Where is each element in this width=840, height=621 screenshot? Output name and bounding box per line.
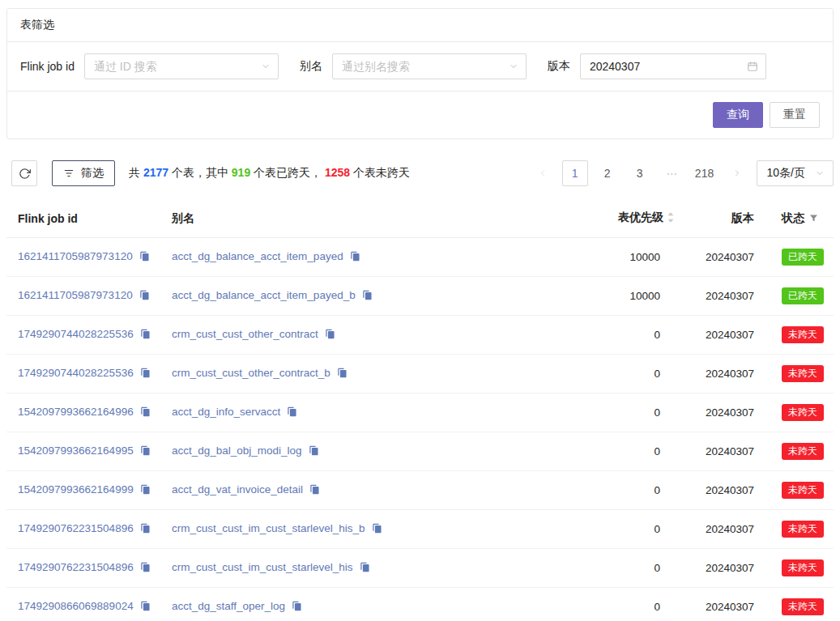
pagination-page-1[interactable]: 1	[562, 160, 588, 186]
copy-icon[interactable]	[140, 484, 151, 497]
copy-icon[interactable]	[139, 290, 150, 303]
flink-job-id-link[interactable]: 1621411705987973120	[18, 250, 133, 262]
filter-panel-title: 表筛选	[20, 18, 54, 31]
status-badge: 已跨天	[782, 249, 824, 266]
version-date-picker[interactable]	[580, 53, 766, 79]
priority-value: 0	[587, 549, 683, 588]
refresh-icon	[19, 168, 31, 180]
page-size-select[interactable]: 10条/页	[757, 160, 834, 186]
copy-icon[interactable]	[140, 601, 151, 614]
alias-select[interactable]	[332, 53, 527, 79]
table-row: 1749290866069889024 acct_dg_staff_oper_l…	[6, 588, 834, 621]
table-row: 1621411705987973120 acct_dg_balance_acct…	[6, 277, 834, 316]
version-value: 20240307	[683, 588, 767, 621]
copy-icon[interactable]	[360, 562, 370, 575]
flink-job-id-link[interactable]: 1542097993662164999	[18, 483, 134, 496]
copy-icon[interactable]	[140, 523, 151, 536]
filter-panel: 表筛选 Flink job id 别名	[6, 8, 834, 139]
summary-part: 共	[129, 166, 143, 179]
flink-job-id-select[interactable]	[84, 53, 279, 79]
status-badge: 未跨天	[782, 443, 824, 460]
alias-link[interactable]: acct_dg_bal_obj_modi_log	[172, 444, 302, 457]
copy-icon[interactable]	[287, 406, 297, 419]
pagination-page-2[interactable]: 2	[595, 160, 620, 186]
column-priority[interactable]: 表优先级	[587, 199, 683, 238]
refresh-button[interactable]	[11, 160, 37, 186]
copy-icon[interactable]	[292, 601, 302, 614]
alias-link[interactable]: acct_dg_info_servacct	[172, 406, 280, 418]
query-button[interactable]: 查询	[713, 102, 763, 128]
flink-job-id-link[interactable]: 1749290762231504896	[18, 561, 134, 573]
copy-icon[interactable]	[140, 445, 151, 458]
copy-icon[interactable]	[362, 290, 373, 303]
alias-link[interactable]: crm_cust_cust_im_cust_starlevel_his	[172, 561, 353, 573]
status-badge: 未跨天	[782, 365, 824, 382]
pagination-ellipsis: ⋯	[659, 160, 685, 186]
alias-link[interactable]: crm_cust_cust_other_contract	[172, 328, 318, 340]
alias-link[interactable]: acct_dg_balance_acct_item_payed_b	[172, 289, 356, 301]
alias-link[interactable]: crm_cust_cust_im_cust_starlevel_his_b	[172, 522, 365, 534]
filter-actions-row: 查询 重置	[7, 91, 833, 138]
flink-job-id-link[interactable]: 1749290866069889024	[18, 600, 134, 612]
version-label: 版本	[548, 59, 570, 74]
flink-job-id-link[interactable]: 1749290744028225536	[18, 328, 134, 340]
column-version: 版本	[683, 199, 767, 238]
copy-icon[interactable]	[350, 251, 360, 264]
flink-job-id-link[interactable]: 1621411705987973120	[18, 289, 133, 301]
flink-job-id-link[interactable]: 1542097993662164996	[18, 406, 134, 418]
copy-icon[interactable]	[325, 329, 335, 342]
flink-job-id-link[interactable]: 1542097993662164995	[18, 444, 134, 457]
pagination-next[interactable]	[724, 160, 750, 186]
filter-fields-row: Flink job id 别名 版本	[7, 42, 833, 91]
column-alias: 别名	[165, 199, 587, 238]
chevron-down-icon	[815, 168, 825, 178]
priority-value: 10000	[587, 277, 683, 316]
alias-link[interactable]: acct_dg_staff_oper_log	[172, 600, 285, 612]
summary-crossed-count: 919	[232, 166, 250, 179]
version-value: 20240307	[683, 316, 767, 355]
chevron-down-icon	[509, 62, 518, 71]
alias-link[interactable]: acct_dg_vat_invoice_detail	[172, 483, 303, 496]
status-badge: 未跨天	[782, 326, 824, 343]
copy-icon[interactable]	[140, 406, 151, 419]
copy-icon[interactable]	[372, 523, 382, 536]
alias-link[interactable]: acct_dg_balance_acct_item_payed	[172, 250, 343, 262]
status-badge: 未跨天	[782, 404, 824, 421]
sort-icon[interactable]	[667, 211, 675, 226]
alias-link[interactable]: crm_cust_cust_other_contract_b	[172, 367, 330, 379]
table-row: 1749290744028225536 crm_cust_cust_other_…	[6, 355, 834, 393]
flink-job-id-link[interactable]: 1749290744028225536	[18, 367, 134, 379]
copy-icon[interactable]	[139, 251, 150, 264]
column-flink-job-id: Flink job id	[6, 199, 165, 238]
pagination-prev[interactable]	[530, 160, 556, 186]
copy-icon[interactable]	[140, 368, 151, 381]
filter-button[interactable]: 筛选	[52, 160, 115, 186]
status-badge: 未跨天	[782, 598, 824, 615]
version-value: 20240307	[683, 471, 767, 510]
version-input[interactable]	[581, 54, 765, 79]
alias-input[interactable]	[333, 54, 526, 79]
copy-icon[interactable]	[309, 445, 319, 458]
version-value: 20240307	[683, 277, 767, 316]
filter-button-label: 筛选	[81, 166, 104, 181]
copy-icon[interactable]	[140, 329, 151, 342]
version-value: 20240307	[683, 355, 767, 393]
pagination-page-218[interactable]: 218	[692, 160, 718, 186]
copy-icon[interactable]	[140, 562, 151, 575]
version-field: 版本	[548, 53, 766, 79]
flink-job-id-input[interactable]	[85, 54, 278, 79]
table-row: 1621411705987973120 acct_dg_balance_acct…	[6, 238, 834, 277]
flink-job-id-link[interactable]: 1749290762231504896	[18, 522, 134, 534]
summary-part: 个表已跨天，	[250, 166, 325, 179]
pagination-page-3[interactable]: 3	[627, 160, 653, 186]
reset-button[interactable]: 重置	[770, 102, 820, 128]
column-status[interactable]: 状态	[767, 199, 834, 238]
table-row: 1749290762231504896 crm_cust_cust_im_cus…	[6, 549, 834, 588]
copy-icon[interactable]	[337, 368, 348, 381]
copy-icon[interactable]	[309, 484, 320, 497]
priority-value: 0	[587, 393, 683, 432]
summary-part: 个表，其中	[168, 166, 232, 179]
table-row: 1542097993662164999 acct_dg_vat_invoice_…	[6, 471, 834, 510]
column-filter-icon[interactable]	[809, 212, 818, 225]
priority-value: 0	[587, 432, 683, 471]
